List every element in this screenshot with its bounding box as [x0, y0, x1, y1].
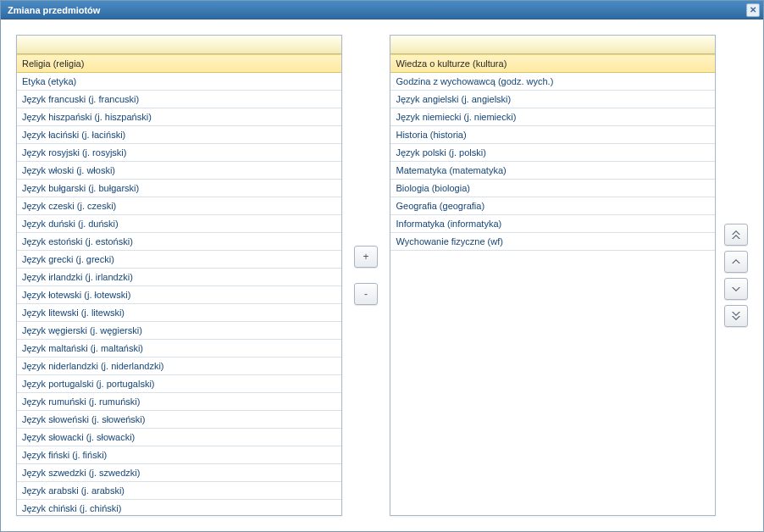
list-item[interactable]: Język arabski (j. arabski): [17, 482, 341, 500]
list-item[interactable]: Religia (religia): [17, 54, 341, 73]
list-item[interactable]: Język szwedzki (j. szwedzki): [17, 464, 341, 482]
order-buttons: [724, 35, 748, 516]
list-item[interactable]: Język słoweński (j. słoweński): [17, 411, 341, 429]
list-item[interactable]: Język grecki (j. grecki): [17, 251, 341, 269]
list-item[interactable]: Język niderlandzki (j. niderlandzki): [17, 357, 341, 375]
list-item[interactable]: Język słowacki (j. słowacki): [17, 429, 341, 446]
available-list-panel: Religia (religia)Etyka (etyka)Język fran…: [16, 35, 342, 516]
list-item[interactable]: Historia (historia): [390, 126, 715, 144]
list-item[interactable]: Język niemiecki (j. niemiecki): [390, 108, 715, 126]
list-item[interactable]: Godzina z wychowawcą (godz. wych.): [390, 73, 715, 91]
list-item[interactable]: Język chiński (j. chiński): [17, 500, 341, 515]
double-up-icon: [731, 230, 741, 240]
window: Zmiana przedmiotów ✕ Religia (religia)Et…: [0, 0, 764, 532]
list-item[interactable]: Język bułgarski (j. bułgarski): [17, 180, 341, 197]
list-item[interactable]: Informatyka (informatyka): [390, 215, 715, 233]
move-up-button[interactable]: [724, 251, 748, 273]
list-item[interactable]: Język portugalski (j. portugalski): [17, 375, 341, 393]
transfer-buttons: + -: [351, 35, 382, 516]
list-item[interactable]: Język fiński (j. fiński): [17, 446, 341, 464]
remove-button[interactable]: -: [354, 283, 378, 305]
add-button[interactable]: +: [354, 246, 378, 268]
list-item[interactable]: Język duński (j. duński): [17, 215, 341, 233]
selected-list[interactable]: Wiedza o kulturze (kultura)Godzina z wyc…: [390, 54, 715, 515]
list-item[interactable]: Język łaciński (j. łaciński): [17, 126, 341, 144]
list-item[interactable]: Język maltański (j. maltański): [17, 340, 341, 357]
list-item[interactable]: Język włoski (j. włoski): [17, 162, 341, 180]
list-item[interactable]: Język rumuński (j. rumuński): [17, 393, 341, 411]
list-item[interactable]: Wychowanie fizyczne (wf): [390, 233, 715, 251]
move-top-button[interactable]: [724, 224, 748, 246]
list-item[interactable]: Język angielski (j. angielski): [390, 91, 715, 108]
close-icon: ✕: [750, 5, 756, 14]
up-icon: [731, 257, 741, 267]
titlebar[interactable]: Zmiana przedmiotów ✕: [1, 1, 763, 19]
list-item[interactable]: Język francuski (j. francuski): [17, 91, 341, 108]
selected-list-panel: Wiedza o kulturze (kultura)Godzina z wyc…: [390, 35, 716, 516]
selected-list-header: [390, 36, 715, 54]
window-title: Zmiana przedmiotów: [8, 5, 100, 15]
list-item[interactable]: Język polski (j. polski): [390, 144, 715, 162]
move-bottom-button[interactable]: [724, 305, 748, 327]
close-button[interactable]: ✕: [746, 3, 760, 17]
content-area: Religia (religia)Etyka (etyka)Język fran…: [1, 19, 763, 531]
list-item[interactable]: Język litewski (j. litewski): [17, 304, 341, 322]
list-item[interactable]: Geografia (geografia): [390, 197, 715, 215]
list-item[interactable]: Język hiszpański (j. hiszpański): [17, 108, 341, 126]
move-down-button[interactable]: [724, 278, 748, 300]
double-down-icon: [731, 311, 741, 321]
list-item[interactable]: Język irlandzki (j. irlandzki): [17, 269, 341, 286]
list-item[interactable]: Język rosyjski (j. rosyjski): [17, 144, 341, 162]
available-list-header: [17, 36, 341, 54]
list-item[interactable]: Wiedza o kulturze (kultura): [390, 54, 715, 73]
down-icon: [731, 284, 741, 294]
list-item[interactable]: Język czeski (j. czeski): [17, 197, 341, 215]
list-item[interactable]: Etyka (etyka): [17, 73, 341, 91]
list-item[interactable]: Język węgierski (j. węgierski): [17, 322, 341, 340]
list-item[interactable]: Matematyka (matematyka): [390, 162, 715, 180]
available-list[interactable]: Religia (religia)Etyka (etyka)Język fran…: [17, 54, 341, 515]
list-item[interactable]: Język estoński (j. estoński): [17, 233, 341, 251]
minus-icon: -: [364, 288, 368, 300]
list-item[interactable]: Język łotewski (j. łotewski): [17, 286, 341, 304]
plus-icon: +: [363, 251, 368, 263]
list-item[interactable]: Biologia (biologia): [390, 180, 715, 197]
